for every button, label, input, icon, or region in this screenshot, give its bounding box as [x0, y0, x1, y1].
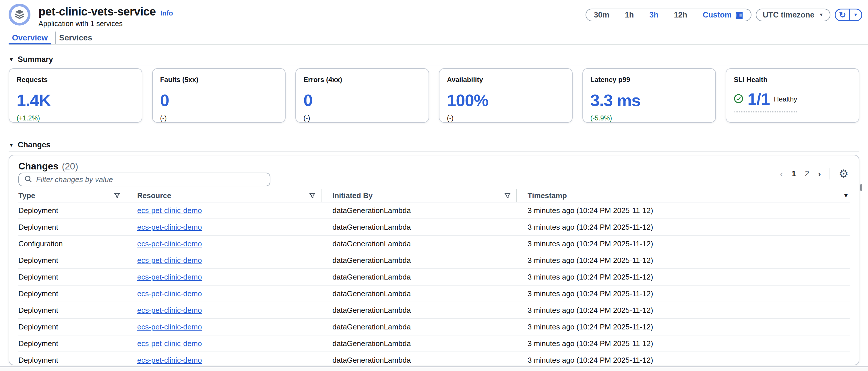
resource-link[interactable]: ecs-pet-clinic-demo	[137, 339, 202, 348]
page-2-button[interactable]: 2	[805, 169, 809, 178]
summary-section-toggle[interactable]: ▼ Summary	[9, 55, 53, 64]
cell-initiated-by: dataGenerationLambda	[321, 339, 517, 348]
tab-overview[interactable]: Overview	[9, 32, 51, 43]
sli-health-value[interactable]: 1/1 Healthy	[734, 90, 797, 112]
calendar-icon: ▦	[735, 11, 743, 19]
changes-table-title: Changes	[19, 161, 58, 172]
card-label: Errors (4xx)	[303, 76, 421, 84]
card-delta: (-5.9%)	[590, 114, 708, 122]
column-header-resource: Resource	[126, 189, 321, 202]
table-row: Deployment ecs-pet-clinic-demo dataGener…	[19, 269, 849, 285]
resource-link[interactable]: ecs-pet-clinic-demo	[137, 273, 202, 281]
card-label: Availability	[447, 76, 565, 84]
layers-stack-icon	[14, 8, 25, 21]
custom-label: Custom	[703, 9, 732, 21]
resource-link[interactable]: ecs-pet-clinic-demo	[137, 306, 202, 314]
cell-resource: ecs-pet-clinic-demo	[126, 239, 321, 248]
cell-timestamp: 3 minutes ago (10:24 PM 2025-11-12)	[517, 356, 849, 365]
latency-card: Latency p99 3.3 ms (-5.9%)	[582, 68, 716, 123]
application-overview-page: pet-clinic-vets-service Info Application…	[0, 0, 868, 371]
resource-link[interactable]: ecs-pet-clinic-demo	[137, 256, 202, 265]
filter-icon[interactable]	[114, 192, 121, 199]
changes-section-divider	[9, 151, 859, 152]
cell-resource: ecs-pet-clinic-demo	[126, 206, 321, 215]
cell-initiated-by: dataGenerationLambda	[321, 356, 517, 365]
cell-type: Deployment	[19, 306, 126, 315]
resource-link[interactable]: ecs-pet-clinic-demo	[137, 323, 202, 331]
filter-icon[interactable]	[504, 192, 511, 199]
table-header-row: Type Resource Initiated By	[19, 189, 849, 202]
column-header-timestamp: Timestamp ▼	[517, 189, 849, 202]
card-value: 1.4K	[17, 91, 134, 110]
table-row: Deployment ecs-pet-clinic-demo dataGener…	[19, 285, 849, 302]
tab-services[interactable]: Services	[59, 32, 91, 43]
requests-card: Requests 1.4K (+1.2%)	[9, 68, 143, 123]
sli-status-label: Healthy	[774, 95, 797, 103]
column-caret-icon[interactable]: ▼	[843, 192, 849, 199]
resource-link[interactable]: ecs-pet-clinic-demo	[137, 356, 202, 364]
cell-timestamp: 3 minutes ago (10:24 PM 2025-11-12)	[517, 256, 849, 265]
resource-link[interactable]: ecs-pet-clinic-demo	[137, 289, 202, 298]
cell-initiated-by: dataGenerationLambda	[321, 323, 517, 331]
chevron-down-icon: ▼	[854, 12, 858, 17]
chevron-down-icon: ▼	[9, 142, 14, 148]
filter-icon[interactable]	[309, 192, 316, 199]
resource-link[interactable]: ecs-pet-clinic-demo	[137, 223, 202, 231]
cell-type: Deployment	[19, 323, 126, 331]
gear-icon[interactable]: ⚙	[839, 168, 848, 179]
table-row: Deployment ecs-pet-clinic-demo dataGener…	[19, 302, 849, 319]
availability-card: Availability 100% (-)	[439, 68, 572, 123]
cell-resource: ecs-pet-clinic-demo	[126, 256, 321, 265]
table-row: Deployment ecs-pet-clinic-demo dataGener…	[19, 335, 849, 352]
cell-timestamp: 3 minutes ago (10:24 PM 2025-11-12)	[517, 206, 849, 215]
changes-section-toggle[interactable]: ▼ Changes	[9, 140, 51, 149]
cell-initiated-by: dataGenerationLambda	[321, 306, 517, 315]
resource-link[interactable]: ecs-pet-clinic-demo	[137, 239, 202, 248]
time-range-30m[interactable]: 30m	[586, 9, 617, 21]
column-header-type: Type	[19, 189, 126, 202]
summary-section-divider	[9, 65, 859, 65]
timezone-label: UTC timezone	[763, 11, 814, 20]
time-range-1h[interactable]: 1h	[617, 9, 642, 21]
resource-link[interactable]: ecs-pet-clinic-demo	[137, 206, 202, 215]
card-label: Latency p99	[590, 76, 708, 84]
changes-table-body: Deployment ecs-pet-clinic-demo dataGener…	[19, 202, 849, 365]
filter-changes-input[interactable]	[36, 175, 265, 184]
cell-initiated-by: dataGenerationLambda	[321, 256, 517, 265]
column-label: Initiated By	[332, 191, 504, 200]
chevron-down-icon: ▼	[819, 12, 824, 17]
next-page-button[interactable]: ›	[818, 169, 821, 178]
cell-initiated-by: dataGenerationLambda	[321, 239, 517, 248]
cell-initiated-by: dataGenerationLambda	[321, 289, 517, 298]
card-value: 0	[303, 91, 421, 110]
cell-initiated-by: dataGenerationLambda	[321, 273, 517, 281]
cell-initiated-by: dataGenerationLambda	[321, 223, 517, 232]
card-delta: (-)	[447, 114, 565, 122]
page-title: pet-clinic-vets-service	[38, 5, 156, 18]
refresh-button[interactable]: ↻	[836, 9, 850, 20]
vertical-scrollbar-thumb[interactable]	[860, 184, 862, 191]
previous-page-button[interactable]: ‹	[780, 169, 783, 178]
time-range-segmented-control: 30m 1h 3h 12h Custom ▦	[586, 9, 751, 21]
cell-resource: ecs-pet-clinic-demo	[126, 273, 321, 281]
info-link[interactable]: Info	[160, 9, 173, 17]
cell-timestamp: 3 minutes ago (10:24 PM 2025-11-12)	[517, 339, 849, 348]
changes-count: (20)	[62, 161, 78, 172]
time-range-12h[interactable]: 12h	[666, 9, 695, 21]
cell-timestamp: 3 minutes ago (10:24 PM 2025-11-12)	[517, 289, 849, 298]
filter-input-container	[19, 173, 270, 187]
cell-timestamp: 3 minutes ago (10:24 PM 2025-11-12)	[517, 323, 849, 331]
check-circle-icon	[734, 94, 743, 105]
page-1-button[interactable]: 1	[792, 169, 796, 178]
column-label: Resource	[137, 191, 309, 200]
table-row: Configuration ecs-pet-clinic-demo dataGe…	[19, 236, 849, 252]
cell-type: Deployment	[19, 289, 126, 298]
time-range-3h[interactable]: 3h	[642, 9, 666, 21]
card-delta: (-)	[160, 114, 278, 122]
column-label: Type	[19, 191, 114, 200]
timezone-dropdown[interactable]: UTC timezone ▼	[756, 9, 830, 21]
refresh-options-button[interactable]: ▼	[850, 9, 861, 20]
time-range-custom[interactable]: Custom ▦	[695, 9, 751, 21]
card-delta: (+1.2%)	[17, 114, 134, 122]
card-delta: (-)	[303, 114, 421, 122]
